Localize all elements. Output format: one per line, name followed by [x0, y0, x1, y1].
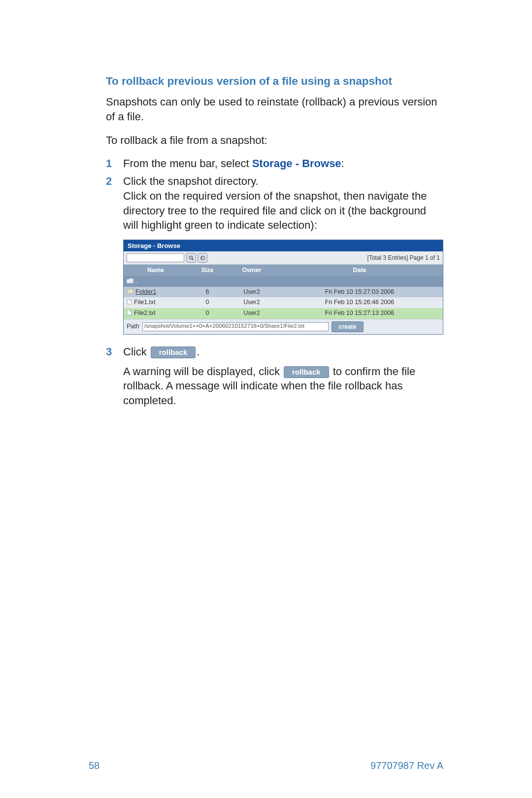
step-1-text-prefix: From the menu bar, select — [123, 157, 252, 170]
row-owner: User2 — [227, 308, 276, 319]
step-1-text-suffix: : — [341, 157, 344, 170]
step-3-period: . — [197, 346, 200, 358]
step-number: 2 — [106, 174, 123, 342]
file-icon — [127, 310, 132, 317]
row-name: File1.txt — [134, 299, 156, 306]
intro-paragraph-1: Snapshots can only be used to reinstate … — [106, 95, 443, 124]
path-label: Path — [127, 323, 139, 330]
svg-line-1 — [192, 259, 193, 260]
row-date: Fri Feb 10 15:27:03 2006 — [276, 287, 443, 297]
col-header-date[interactable]: Date — [276, 265, 443, 276]
search-input[interactable] — [127, 253, 184, 262]
page-footer: 58 97707987 Rev A — [0, 759, 532, 772]
row-size: 0 — [188, 308, 227, 319]
step-2-line-2: Click on the required version of the sna… — [123, 190, 427, 231]
col-header-owner[interactable]: Owner — [227, 265, 276, 276]
step-2-line-1: Click the snapshot directory. — [123, 175, 259, 187]
table-row[interactable]: File2.txt0User2Fri Feb 10 15:27:13 2006 — [124, 308, 443, 319]
rollback-button[interactable]: rollback — [151, 347, 196, 358]
create-button[interactable]: create — [332, 321, 364, 332]
row-date: Fri Feb 10 15:26:46 2006 — [276, 297, 443, 308]
col-header-size[interactable]: Size — [188, 265, 227, 276]
step-2: 2 Click the snapshot directory. Click on… — [106, 174, 443, 342]
path-input[interactable]: /snapshot/Volume1++0+A+20060210152718+0/… — [142, 322, 329, 331]
row-name: File2.txt — [134, 310, 156, 316]
pagination-info: [Total 3 Entries] Page 1 of 1 — [367, 254, 440, 261]
file-table-body: .. Folder16User2Fri Feb 10 15:27:03 2006… — [124, 276, 443, 318]
row-owner: User2 — [227, 297, 276, 308]
section-heading: To rollback previous version of a file u… — [106, 74, 443, 89]
row-size: 0 — [188, 297, 227, 308]
folder-icon — [127, 288, 133, 296]
step-3-warning-pre: A warning will be displayed, click — [123, 365, 283, 378]
toolbar: [Total 3 Entries] Page 1 of 1 — [124, 251, 443, 265]
row-size: 6 — [188, 287, 227, 297]
row-owner: User2 — [227, 287, 276, 297]
svg-point-0 — [189, 256, 192, 259]
storage-browse-screenshot: Storage - Browse [Total 3 Entries] Page … — [123, 240, 443, 335]
row-name: Folder1 — [135, 288, 156, 295]
step-1: 1 From the menu bar, select Storage - Br… — [106, 156, 443, 171]
document-revision: 97707987 Rev A — [370, 759, 443, 772]
col-header-name[interactable]: Name — [124, 265, 188, 276]
window-title: Storage - Browse — [124, 240, 443, 252]
step-3-click-word: Click — [123, 346, 150, 358]
table-row[interactable]: File1.txt0User2Fri Feb 10 15:26:46 2006 — [124, 297, 443, 308]
rollback-confirm-button[interactable]: rollback — [284, 366, 329, 378]
step-number: 1 — [106, 156, 123, 171]
step-number: 3 — [106, 345, 123, 408]
file-table: Name Size Owner Date .. — [124, 265, 443, 318]
up-directory-row[interactable]: .. — [124, 276, 443, 286]
up-folder-icon — [127, 278, 133, 285]
file-icon — [127, 299, 132, 307]
row-date: Fri Feb 10 15:27:13 2006 — [276, 308, 443, 319]
path-row: Path /snapshot/Volume1++0+A+200602101527… — [124, 319, 443, 334]
intro-paragraph-2: To rollback a file from a snapshot: — [106, 133, 443, 148]
menu-path-link: Storage - Browse — [252, 157, 341, 170]
refresh-icon[interactable] — [198, 253, 207, 263]
page-number: 58 — [89, 759, 100, 772]
search-icon[interactable] — [186, 253, 196, 263]
table-row[interactable]: Folder16User2Fri Feb 10 15:27:03 2006 — [124, 287, 443, 297]
step-3: 3 Click rollback. A warning will be disp… — [106, 345, 443, 408]
